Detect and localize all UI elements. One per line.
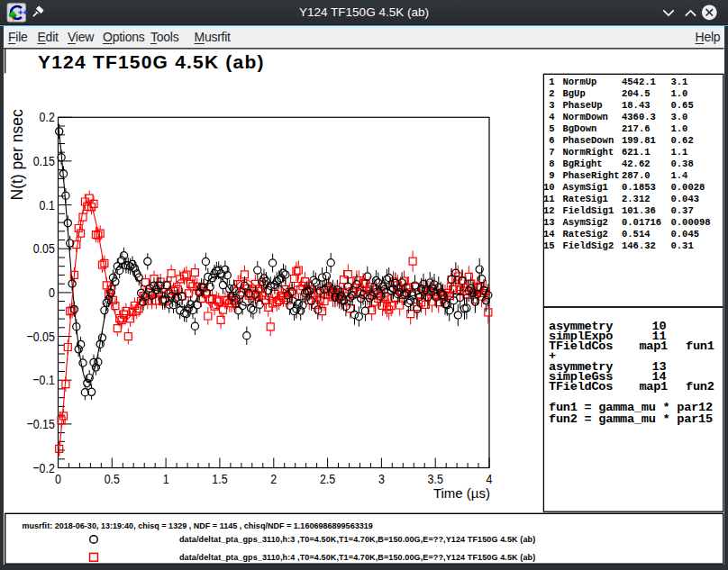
svg-text:217.6: 217.6	[622, 123, 651, 134]
svg-text:12: 12	[543, 205, 555, 216]
svg-text:1: 1	[163, 470, 169, 486]
svg-text:199.81: 199.81	[622, 135, 656, 146]
svg-text:FieldSig1: FieldSig1	[563, 205, 614, 216]
svg-text:1.0: 1.0	[671, 123, 688, 134]
svg-text:3: 3	[378, 470, 385, 486]
svg-text:4360.3: 4360.3	[622, 112, 656, 122]
svg-text:8: 8	[549, 158, 554, 169]
svg-text:0.0028: 0.0028	[671, 182, 705, 193]
svg-text:0.1: 0.1	[40, 196, 55, 213]
svg-text:0: 0	[55, 470, 61, 486]
svg-text:0.045: 0.045	[671, 229, 700, 240]
svg-text:musrfit: 2018-06-30, 13:19:40,: musrfit: 2018-06-30, 13:19:40, chisq = 1…	[23, 521, 373, 530]
svg-text:PhaseDown: PhaseDown	[563, 135, 614, 146]
svg-text:18.43: 18.43	[622, 100, 651, 111]
svg-text:0.043: 0.043	[671, 194, 700, 204]
svg-text:AsymSig2: AsymSig2	[563, 217, 608, 228]
svg-text:TFieldCos: TFieldCos	[549, 380, 613, 394]
svg-text:11: 11	[543, 194, 555, 204]
svg-text:15: 15	[543, 240, 555, 251]
svg-text:2.5: 2.5	[320, 470, 335, 486]
svg-text:map1: map1	[639, 380, 668, 394]
svg-text:3: 3	[549, 100, 554, 111]
svg-text:146.32: 146.32	[622, 240, 656, 251]
svg-text:AsymSig1: AsymSig1	[563, 182, 608, 193]
svg-text:NormRight: NormRight	[563, 147, 614, 158]
svg-text:0.62: 0.62	[671, 135, 694, 146]
svg-text:1.0: 1.0	[671, 88, 688, 99]
svg-text:0.65: 0.65	[671, 100, 694, 111]
svg-text:−0.05: −0.05	[26, 328, 55, 344]
svg-text:fun2 = gamma_mu * par15: fun2 = gamma_mu * par15	[549, 412, 713, 426]
svg-text:0.15: 0.15	[33, 153, 55, 169]
svg-text:PhaseRight: PhaseRight	[563, 170, 620, 181]
svg-text:4542.1: 4542.1	[622, 77, 656, 87]
svg-text:Time (µs): Time (µs)	[433, 485, 490, 501]
svg-text:0.00098: 0.00098	[671, 217, 711, 228]
svg-text:204.5: 204.5	[622, 88, 651, 99]
svg-text:0.2: 0.2	[40, 109, 55, 125]
svg-text:3.1: 3.1	[671, 77, 688, 87]
svg-text:101.36: 101.36	[622, 205, 656, 216]
svg-text:−0.1: −0.1	[32, 372, 55, 388]
svg-text:1.4: 1.4	[671, 170, 688, 181]
svg-text:RateSig1: RateSig1	[563, 194, 608, 204]
svg-text:BgUp: BgUp	[563, 88, 586, 99]
svg-text:2.312: 2.312	[622, 194, 651, 204]
svg-text:3.5: 3.5	[428, 470, 443, 486]
svg-text:FieldSig2: FieldSig2	[563, 240, 614, 251]
svg-text:−0.2: −0.2	[32, 459, 55, 475]
svg-text:5: 5	[549, 123, 554, 134]
svg-text:0.38: 0.38	[671, 158, 694, 169]
svg-text:287.0: 287.0	[622, 170, 651, 181]
svg-text:fun1: fun1	[686, 339, 714, 353]
svg-text:10: 10	[543, 182, 555, 193]
svg-text:1.5: 1.5	[212, 470, 227, 486]
svg-text:9: 9	[549, 170, 554, 181]
svg-text:fun2: fun2	[686, 380, 714, 394]
svg-text:TFieldCos: TFieldCos	[549, 339, 613, 353]
svg-text:4: 4	[487, 470, 493, 486]
svg-text:data/deltat_pta_gps_3110,h:3 ,: data/deltat_pta_gps_3110,h:3 ,T0=4.50K,T…	[179, 535, 535, 544]
svg-text:RateSig2: RateSig2	[563, 229, 608, 240]
svg-text:0.5: 0.5	[105, 470, 120, 486]
svg-text:3.0: 3.0	[671, 112, 688, 122]
svg-text:0.01716: 0.01716	[622, 217, 661, 228]
svg-text:1.1: 1.1	[671, 147, 688, 158]
svg-text:1: 1	[549, 77, 554, 87]
svg-text:N(t) per nsec: N(t) per nsec	[8, 109, 26, 200]
svg-text:0.31: 0.31	[671, 240, 694, 251]
svg-text:0.514: 0.514	[622, 229, 651, 240]
svg-text:2: 2	[549, 88, 554, 99]
svg-text:BgRight: BgRight	[563, 158, 603, 169]
svg-text:−0.15: −0.15	[26, 416, 55, 432]
svg-text:PhaseUp: PhaseUp	[563, 100, 603, 111]
svg-text:NormDown: NormDown	[563, 112, 608, 122]
svg-text:BgDown: BgDown	[563, 123, 597, 134]
svg-text:2: 2	[270, 470, 277, 486]
svg-text:4: 4	[549, 112, 554, 122]
svg-text:42.62: 42.62	[622, 158, 651, 169]
svg-text:NormUp: NormUp	[563, 77, 597, 87]
svg-text:7: 7	[549, 147, 554, 158]
svg-text:data/deltat_pta_gps_3110,h:4 ,: data/deltat_pta_gps_3110,h:4 ,T0=4.50K,T…	[179, 553, 535, 562]
svg-text:Y124 TF150G 4.5K (ab): Y124 TF150G 4.5K (ab)	[38, 51, 265, 72]
svg-text:621.1: 621.1	[622, 147, 651, 158]
svg-text:map1: map1	[639, 339, 668, 353]
svg-text:6: 6	[549, 135, 554, 146]
svg-text:0.05: 0.05	[33, 240, 55, 257]
svg-text:0.37: 0.37	[671, 205, 694, 216]
svg-text:0.1853: 0.1853	[622, 182, 656, 193]
svg-text:13: 13	[543, 217, 555, 228]
svg-text:0: 0	[49, 285, 55, 301]
svg-text:14: 14	[543, 229, 555, 240]
